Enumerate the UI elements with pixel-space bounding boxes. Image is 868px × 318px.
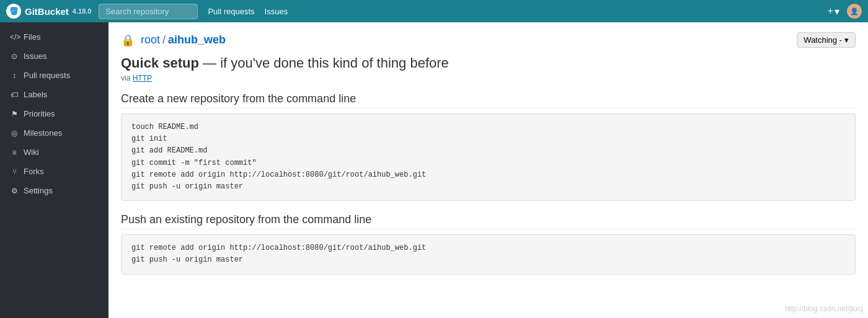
forks-icon: ⑂: [10, 167, 19, 176]
sidebar-item-issues[interactable]: ⊙ Issues: [0, 46, 108, 66]
priorities-icon: ⚑: [10, 110, 19, 118]
navbar-right: + ▾ 👤: [828, 4, 862, 19]
repo-path-separator: /: [162, 33, 166, 46]
sidebar-item-files-label: Files: [24, 32, 40, 42]
create-new-button[interactable]: + ▾: [828, 6, 839, 17]
pull-requests-link[interactable]: Pull requests: [208, 7, 254, 16]
sidebar-item-priorities-label: Priorities: [24, 109, 55, 118]
sidebar-item-milestones[interactable]: ◎ Milestones: [0, 123, 108, 143]
sidebar-item-labels[interactable]: 🏷 Labels: [0, 85, 108, 104]
sidebar-item-settings-label: Settings: [24, 186, 53, 195]
sidebar-item-milestones-label: Milestones: [24, 128, 62, 138]
layout: </> Files ⊙ Issues ↕ Pull requests 🏷 Lab…: [0, 22, 868, 318]
sidebar-item-settings[interactable]: ⚙ Settings: [0, 181, 108, 200]
quick-setup-rest: — if you've done this kind of thing befo…: [203, 55, 449, 71]
watermark: http://blog.csdn.net/jkxq: [785, 304, 863, 313]
sidebar-item-pull-requests[interactable]: ↕ Pull requests: [0, 66, 108, 85]
navbar: 🪣 GitBucket 4.18.0 Pull requests Issues …: [0, 0, 868, 22]
main-content: 🔒 root / aihub_web Watching - ▾ Quick se…: [108, 22, 868, 318]
sidebar-item-wiki[interactable]: ≡ Wiki: [0, 143, 108, 162]
wiki-icon: ≡: [10, 148, 19, 157]
watching-button[interactable]: Watching - ▾: [797, 32, 856, 48]
sidebar: </> Files ⊙ Issues ↕ Pull requests 🏷 Lab…: [0, 22, 108, 318]
gitbucket-icon: 🪣: [6, 4, 21, 19]
watching-label: Watching -: [804, 35, 842, 45]
pull-requests-icon: ↕: [10, 71, 19, 80]
sidebar-item-issues-label: Issues: [24, 51, 47, 61]
sidebar-item-labels-label: Labels: [24, 90, 47, 99]
labels-icon: 🏷: [10, 91, 19, 99]
brand-version: 4.18.0: [73, 7, 92, 15]
new-repo-section-title: Create a new repository from the command…: [121, 92, 856, 108]
sidebar-item-pull-requests-label: Pull requests: [24, 71, 70, 80]
existing-repo-code-block[interactable]: git remote add origin http://localhost:8…: [121, 234, 856, 274]
issues-icon: ⊙: [10, 52, 19, 61]
brand-logo[interactable]: 🪣 GitBucket 4.18.0: [6, 4, 91, 19]
user-avatar[interactable]: 👤: [847, 4, 862, 19]
milestones-icon: ◎: [10, 129, 19, 138]
repo-name-link[interactable]: aihub_web: [168, 33, 226, 46]
sidebar-item-forks[interactable]: ⑂ Forks: [0, 162, 108, 181]
sidebar-item-priorities[interactable]: ⚑ Priorities: [0, 104, 108, 123]
navbar-links: Pull requests Issues: [208, 7, 288, 16]
quick-setup-heading: Quick setup — if you've done this kind o…: [121, 55, 856, 71]
new-repo-code-block[interactable]: touch README.md git init git add README.…: [121, 113, 856, 201]
sidebar-item-wiki-label: Wiki: [24, 148, 39, 157]
repo-owner-link[interactable]: root: [141, 33, 160, 46]
quick-setup-bold: Quick setup: [121, 55, 199, 71]
via-http-text: via HTTP: [121, 74, 856, 82]
settings-icon: ⚙: [10, 187, 19, 195]
lock-icon: 🔒: [121, 33, 135, 47]
search-input[interactable]: [99, 4, 198, 19]
watching-chevron-icon: ▾: [844, 35, 849, 45]
brand-name: GitBucket: [25, 6, 69, 17]
files-icon: </>: [10, 33, 19, 42]
sidebar-item-files[interactable]: </> Files: [0, 27, 108, 46]
existing-repo-section-title: Push an existing repository from the com…: [121, 213, 856, 229]
http-link[interactable]: HTTP: [133, 74, 152, 82]
sidebar-item-forks-label: Forks: [24, 167, 44, 176]
repo-path: 🔒 root / aihub_web: [121, 33, 226, 47]
issues-link[interactable]: Issues: [265, 7, 288, 16]
repo-header: 🔒 root / aihub_web Watching - ▾: [121, 32, 856, 48]
